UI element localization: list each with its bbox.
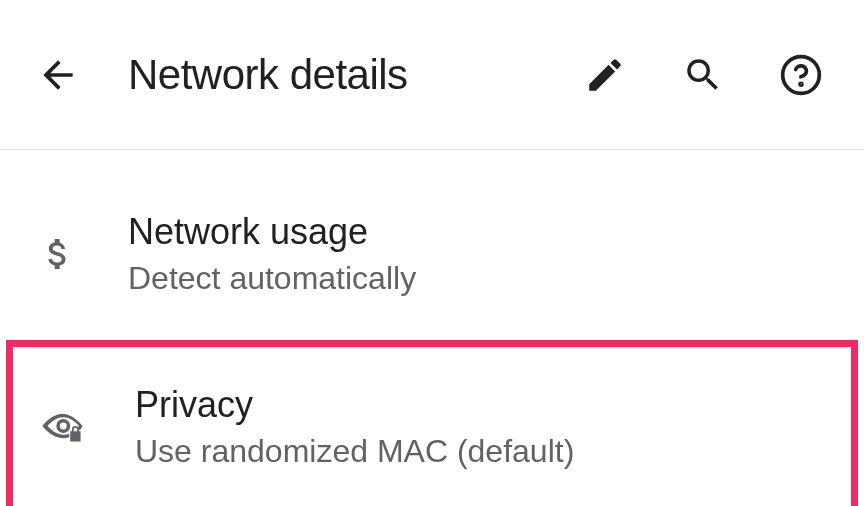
- edit-button[interactable]: [580, 50, 630, 100]
- network-usage-item[interactable]: Network usage Detect automatically: [0, 180, 864, 328]
- item-subtitle: Detect automatically: [128, 259, 416, 297]
- pencil-icon: [584, 54, 626, 96]
- dollar-icon: [32, 228, 84, 280]
- help-icon: [779, 53, 823, 97]
- svg-point-1: [800, 83, 802, 85]
- privacy-item[interactable]: Privacy Use randomized MAC (default): [6, 340, 858, 506]
- item-text: Privacy Use randomized MAC (default): [135, 383, 574, 471]
- settings-list: Network usage Detect automatically Priva…: [0, 150, 864, 506]
- item-title: Network usage: [128, 210, 416, 253]
- app-header: Network details: [0, 0, 864, 150]
- privacy-eye-lock-icon: [39, 400, 91, 452]
- header-actions: [580, 50, 826, 100]
- arrow-back-icon: [36, 53, 80, 97]
- search-icon: [682, 54, 724, 96]
- item-text: Network usage Detect automatically: [128, 210, 416, 298]
- back-button[interactable]: [28, 45, 88, 105]
- help-button[interactable]: [776, 50, 826, 100]
- item-title: Privacy: [135, 383, 574, 426]
- item-subtitle: Use randomized MAC (default): [135, 432, 574, 470]
- page-title: Network details: [128, 51, 580, 99]
- search-button[interactable]: [678, 50, 728, 100]
